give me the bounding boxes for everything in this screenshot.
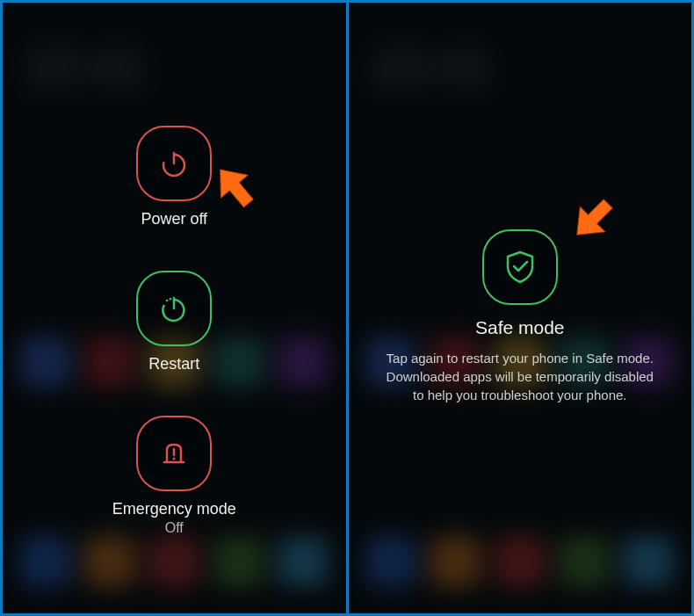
power-menu-screen: 15:41 Power off Res: [3, 3, 346, 613]
safe-mode-title: Safe mode: [475, 317, 565, 338]
annotation-arrow-left: [206, 159, 268, 221]
power-off-option[interactable]: Power off: [136, 126, 212, 228]
svg-point-3: [170, 298, 172, 301]
restart-option[interactable]: Restart: [136, 271, 212, 373]
emergency-icon: [156, 436, 192, 471]
emergency-sublabel: Off: [165, 520, 184, 536]
restart-label: Restart: [148, 355, 199, 373]
restart-icon: [156, 291, 192, 326]
safe-mode-option[interactable]: Safe mode Tap again to restart your phon…: [380, 229, 661, 404]
power-icon: [156, 146, 192, 181]
safe-mode-description: Tap again to restart your phone in Safe …: [380, 349, 661, 404]
svg-point-2: [166, 300, 169, 302]
emergency-icon-container: [136, 416, 212, 491]
safe-mode-icon-container: [482, 229, 558, 305]
annotation-arrow-right: [565, 185, 626, 247]
shield-check-icon: [500, 247, 540, 287]
emergency-mode-option[interactable]: Emergency mode Off: [112, 416, 236, 536]
power-off-icon-container: [136, 126, 212, 201]
power-menu: Power off Restart: [3, 3, 346, 613]
safe-mode-screen: 15:41 Safe mode Tap again to restart you…: [349, 3, 692, 613]
restart-icon-container: [136, 271, 212, 346]
safe-mode-prompt: Safe mode Tap again to restart your phon…: [349, 3, 692, 613]
power-off-label: Power off: [141, 210, 207, 228]
emergency-label: Emergency mode: [112, 500, 236, 518]
svg-point-7: [173, 458, 176, 460]
